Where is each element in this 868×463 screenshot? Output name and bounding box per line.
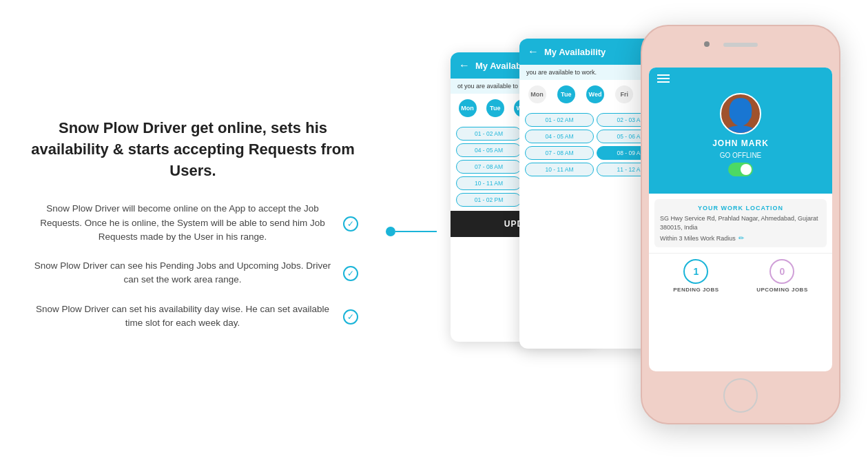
feature-text-3: Snow Plow Driver can set his availabilit… [28,302,338,331]
feature-text-1: Snow Plow Driver will become online on t… [28,202,338,244]
slot-10-11am[interactable]: 10 - 11 AM [456,176,521,190]
front-camera [704,41,710,47]
connector-2: ✓ [343,265,358,281]
upcoming-jobs-circle: 0 [769,259,794,284]
day-mon[interactable]: Mon [459,99,477,117]
mid-slot-04-05am[interactable]: 04 - 05 AM [525,130,594,143]
home-button[interactable] [723,378,758,413]
check-icon-1: ✓ [343,216,358,232]
mid-day-wed[interactable]: Wed [586,85,604,103]
feature-item-1: Snow Plow Driver will become online on t… [28,202,358,244]
front-header-row [657,74,824,83]
mid-day-tue[interactable]: Tue [557,85,575,103]
work-location-title: YOUR WORK LOCATION [660,205,821,212]
dot-line-connector [386,227,437,236]
pending-jobs-circle: 1 [683,259,708,284]
front-speaker [723,43,758,47]
go-offline-label: GO OFFLINE [720,152,762,159]
work-location-address: SG Hwy Service Rd, Prahlad Nagar, Ahmeda… [660,214,821,232]
connector-1: ✓ [343,215,358,232]
phone-front-device: 👤 JOHN MARK GO OFFLINE YOUR WORK LOCATIO [641,25,840,424]
user-name: JOHN MARK [712,138,769,148]
mid-avail-title: My Availability [544,47,606,57]
main-heading: Snow Plow Driver get online, sets his av… [28,118,358,181]
mid-slot-01-02am[interactable]: 01 - 02 AM [525,113,594,127]
teal-dot [386,227,395,236]
mid-day-mon[interactable]: Mon [528,85,546,103]
upcoming-jobs-item: 0 UPCOMING JOBS [756,259,808,293]
mid-day-fri[interactable]: Fri [615,85,633,103]
check-icon-3: ✓ [343,309,358,325]
front-screen: 👤 JOHN MARK GO OFFLINE YOUR WORK LOCATIO [649,68,832,371]
phones-section: ← My Availability ot you are available t… [437,25,840,438]
feature-item-3: Snow Plow Driver can set his availabilit… [28,302,358,331]
mid-slot-10-11am[interactable]: 10 - 11 AM [525,163,594,176]
check-icon-2: ✓ [343,266,358,281]
toggle-switch[interactable] [728,163,753,176]
profile-section: 👤 JOHN MARK GO OFFLINE [657,86,824,187]
avatar: 👤 [720,93,761,134]
mid-back-arrow-icon: ← [528,45,539,58]
edit-icon[interactable]: ✏ [738,234,744,242]
pending-jobs-item: 1 PENDING JOBS [673,259,719,293]
left-section: Snow Plow Driver get online, sets his av… [28,118,386,345]
mid-slot-07-08am[interactable]: 07 - 08 AM [525,146,594,160]
work-radius: Within 3 Miles Work Radius ✏ [660,234,821,242]
connector-3: ✓ [343,308,358,325]
feature-item-2: Snow Plow Driver can see his Pending Job… [28,259,358,287]
pending-jobs-label: PENDING JOBS [673,287,719,293]
jobs-row: 1 PENDING JOBS 0 UPCOMING JOBS [649,253,832,298]
slot-01-02am[interactable]: 01 - 02 AM [456,127,521,141]
slot-07-08am[interactable]: 07 - 08 AM [456,160,521,174]
teal-line [395,231,437,232]
hamburger-icon[interactable] [657,74,670,83]
day-tue[interactable]: Tue [486,99,504,117]
work-location-box: YOUR WORK LOCATION SG Hwy Service Rd, Pr… [654,199,827,247]
slot-01-02pm[interactable]: 01 - 02 PM [456,193,521,207]
feature-text-2: Snow Plow Driver can see his Pending Job… [28,259,338,287]
front-screen-header: 👤 JOHN MARK GO OFFLINE [649,68,832,194]
upcoming-jobs-label: UPCOMING JOBS [756,287,808,293]
back-arrow-icon: ← [459,59,470,72]
slot-04-05am[interactable]: 04 - 05 AM [456,143,521,157]
